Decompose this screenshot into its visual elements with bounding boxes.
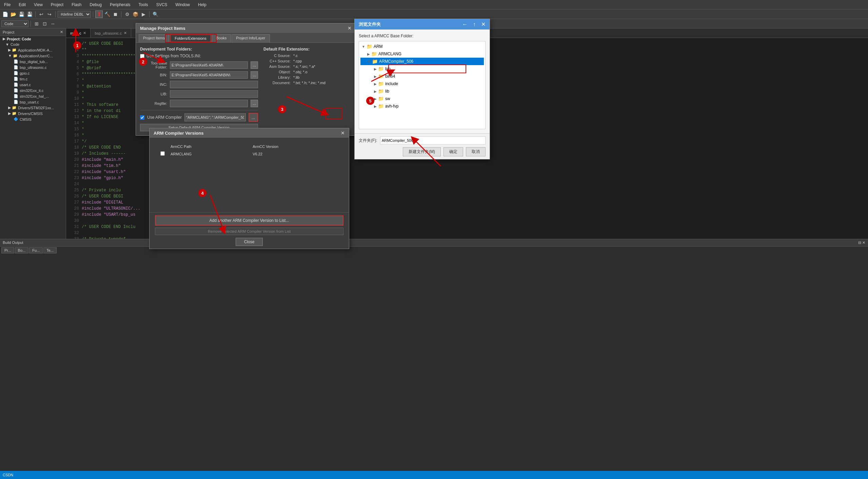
menu-project[interactable]: Project	[50, 2, 65, 8]
redo-btn[interactable]: ↪	[46, 11, 53, 18]
dtab-project-info[interactable]: Project Info/Layer	[232, 34, 270, 42]
menu-view[interactable]: View	[33, 2, 44, 8]
tab-main-c[interactable]: main.c ✕	[66, 28, 91, 38]
file-tree-bin64[interactable]: ▶ 📁 bin64	[360, 73, 484, 80]
search-btn[interactable]: 🔍	[152, 11, 159, 18]
settings-btn[interactable]: ⚙	[123, 11, 131, 18]
tree-item-bsp-usart[interactable]: 📄 bsp_usart.c	[0, 99, 66, 105]
file-tree-armclang[interactable]: ▶ 📁 ARMCLANG	[360, 50, 484, 58]
tool-base-browse[interactable]: ...	[251, 61, 258, 69]
menu-debug[interactable]: Debug	[88, 2, 103, 8]
folder-label: 文件夹(F):	[359, 138, 377, 143]
rebuild-btn[interactable]: 🔨	[103, 11, 111, 18]
tb2-btn3[interactable]: ↔	[49, 20, 57, 27]
define-dropdown[interactable]: #define DEBL	[58, 11, 91, 18]
dtab-project-items[interactable]: Project Items	[139, 34, 169, 42]
arm-close-btn[interactable]: Close	[236, 238, 263, 246]
file-tree[interactable]: ▼ 📁 ARM ▶ 📁 ARMCLANG ▼ 📁 ARMCompiler_506…	[359, 41, 486, 129]
stop-btn[interactable]: ⏹	[112, 11, 119, 18]
manage-dialog-close[interactable]: ✕	[348, 25, 352, 31]
arm-compiler-input[interactable]	[184, 113, 246, 121]
new-file-btn[interactable]: 📄	[1, 11, 9, 18]
bin-browse[interactable]: ...	[251, 71, 258, 79]
menu-window[interactable]: Window	[174, 2, 191, 8]
new-folder-btn[interactable]: 新建文件夹(M)	[403, 147, 441, 156]
file-tree-lib[interactable]: ▶ 📁 lib	[360, 88, 484, 95]
folder-input[interactable]	[380, 136, 486, 145]
file-tree-include[interactable]: ▶ 📁 include	[360, 80, 484, 88]
code-dropdown[interactable]: Code	[1, 20, 28, 27]
menu-tools[interactable]: Tools	[137, 2, 150, 8]
ok-btn[interactable]: 确定	[443, 147, 463, 156]
document-row: Document: *.txt; *.h; *.inc; *.md	[263, 81, 352, 85]
build-panel-controls: ⊟ ✕	[858, 241, 865, 245]
tree-item-bsp-ultra[interactable]: 📄 bsp_ultrasonic.c	[0, 64, 66, 70]
regfile-browse[interactable]: ...	[251, 100, 258, 107]
arm-dialog-close[interactable]: ✕	[341, 130, 345, 136]
build-btn[interactable]: ⬆	[95, 11, 103, 18]
undo-btn[interactable]: ↩	[38, 11, 45, 18]
tree-item-project[interactable]: ▶Project: Code	[0, 36, 66, 42]
tree-item-tim[interactable]: 📄 tim.c	[0, 76, 66, 82]
file-tree-avh[interactable]: ▶ 📁 avh-fvp	[360, 102, 484, 110]
file-tree-arm[interactable]: ▼ 📁 ARM	[360, 43, 484, 50]
bin-input[interactable]	[170, 71, 248, 79]
use-arm-checkbox[interactable]	[140, 115, 144, 120]
regfile-input[interactable]	[170, 100, 248, 107]
tree-item-stm32-hal[interactable]: 📄 stm32f1xx_hal_...	[0, 93, 66, 99]
library-value: *.lib	[293, 75, 299, 79]
lib-input[interactable]	[170, 90, 258, 98]
tree-item-bsp-digital[interactable]: 📄 bsp_digital_tub...	[0, 59, 66, 64]
tree-item-cmsis[interactable]: 🔷 CMSIS	[0, 116, 66, 122]
file-tree-bin[interactable]: ▶ 📁 bin	[360, 65, 484, 73]
tree-item-drivers-stm32[interactable]: ▶ 📁 Drivers/STM32F1xx...	[0, 105, 66, 111]
file-nav-back[interactable]: ←	[462, 21, 468, 27]
tree-item-appUser[interactable]: ▼ 📁 Application/User/C...	[0, 53, 66, 59]
remove-arm-version-btn[interactable]: Remove selected ARM Compiler Version fro…	[155, 228, 343, 235]
file-tree-sw[interactable]: ▶ 📁 sw	[360, 95, 484, 102]
tree-item-usart[interactable]: 📄 usart.c	[0, 82, 66, 88]
build-tab-fu[interactable]: Fu...	[29, 247, 43, 253]
menu-edit[interactable]: Edit	[17, 2, 27, 8]
menu-peripherals[interactable]: Peripherals	[108, 2, 132, 8]
tab-bsp-ultrasonic[interactable]: bsp_ultrasonic.c ✕	[91, 28, 131, 38]
menu-flash[interactable]: Flash	[70, 2, 83, 8]
row-checkbox[interactable]	[160, 151, 165, 156]
debug-start-btn[interactable]: ▶	[140, 11, 147, 18]
tab-close-bsp[interactable]: ✕	[124, 31, 127, 35]
build-tab-bo[interactable]: Bo...	[15, 247, 29, 253]
cancel-btn[interactable]: 取消	[466, 147, 486, 156]
add-arm-version-btn[interactable]: Add another ARM Compiler Version to List…	[155, 215, 343, 226]
tb2-btn1[interactable]: ⊞	[33, 20, 40, 27]
arm-browse-btn[interactable]: ...	[249, 113, 258, 122]
save-all-btn[interactable]: 💾	[26, 11, 33, 18]
file-nav-up[interactable]: ↑	[473, 21, 476, 27]
dtab-books[interactable]: Books	[212, 34, 231, 42]
build-tab-te[interactable]: Te...	[43, 247, 57, 253]
open-file-btn[interactable]: 📂	[9, 11, 17, 18]
manage-btn[interactable]: 📦	[132, 11, 139, 18]
tool-base-input[interactable]	[170, 61, 248, 69]
tree-item-drivers-cmsis[interactable]: ▶ 📁 Drivers/CMSIS	[0, 111, 66, 116]
use-settings-checkbox[interactable]	[140, 54, 144, 58]
tb2-btn2[interactable]: ⊡	[41, 20, 48, 27]
bin-label: BIN:	[140, 73, 167, 77]
tree-item-stm32-it[interactable]: 📄 stm32f1xx_it.c	[0, 88, 66, 93]
tree-item-gpio[interactable]: 📄 gpio.c	[0, 70, 66, 76]
sep5	[149, 11, 150, 17]
build-tab-pr[interactable]: Pr...	[1, 247, 14, 253]
arm-table-row[interactable]: ARMCLANG V6.22	[158, 150, 346, 158]
menu-file[interactable]: File	[3, 2, 12, 8]
manage-project-dialog: Manage Project Items ✕ Project Items Fol…	[136, 23, 356, 136]
file-dialog-close[interactable]: ✕	[481, 21, 486, 27]
file-tree-armcompiler[interactable]: ▼ 📁 ARMCompiler_506	[360, 58, 484, 65]
menu-svcs[interactable]: SVCS	[155, 2, 169, 8]
project-panel-close[interactable]: ✕	[60, 30, 63, 34]
save-btn[interactable]: 💾	[18, 11, 25, 18]
dtab-folders-ext[interactable]: Folders/Extensions	[170, 34, 211, 42]
tree-item-appMDK[interactable]: ▶ 📁 Application/MDK-A...	[0, 47, 66, 53]
menu-help[interactable]: Help	[197, 2, 208, 8]
tree-item-code[interactable]: ▼ Code	[0, 42, 66, 47]
inc-input[interactable]	[170, 81, 258, 88]
tab-close-main[interactable]: ✕	[83, 31, 86, 35]
